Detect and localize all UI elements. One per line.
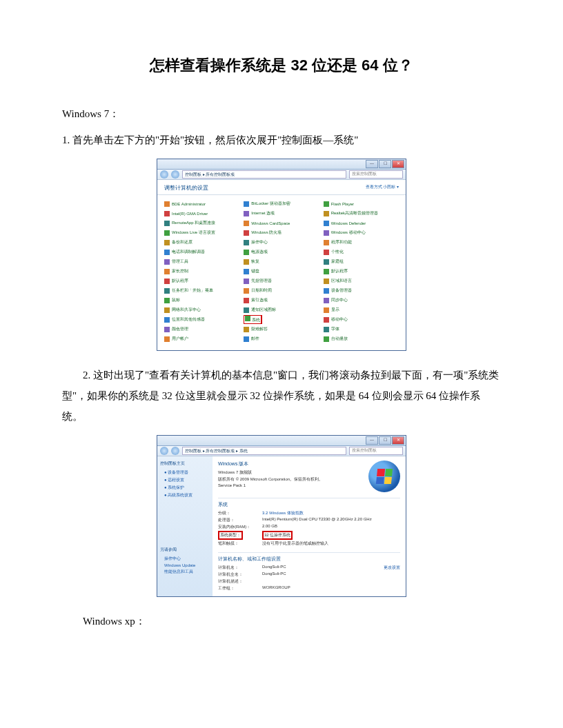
control-panel-item[interactable]: 个性化 xyxy=(324,247,399,256)
control-panel-item[interactable]: 键盘 xyxy=(244,267,319,276)
control-panel-item-label: 恢复 xyxy=(251,259,259,265)
system-main: Windows 版本 Windows 7 旗舰版 版权所有 © 2009 Mic… xyxy=(213,456,406,596)
control-panel-item[interactable]: 自动播放 xyxy=(324,334,399,343)
control-panel-header: 调整计算机的设置 查看方式 小图标 ▾ xyxy=(157,180,406,195)
control-panel-item[interactable]: BitLocker 驱动器加密 xyxy=(244,199,319,208)
control-panel-item[interactable]: 凭据管理器 xyxy=(244,276,319,285)
app-icon xyxy=(164,288,170,294)
sidebar-link[interactable]: ● 高级系统设置 xyxy=(164,492,210,498)
control-panel-item[interactable]: 鼠标 xyxy=(164,296,239,305)
search-input[interactable]: 搜索控制面板 xyxy=(349,170,403,179)
sidebar-bottom-link[interactable]: Windows Update xyxy=(164,563,210,567)
ram-row: 安装内存(RAM)： 2.00 GB xyxy=(218,524,400,530)
control-panel-item[interactable]: Windows 移动中心 xyxy=(324,228,399,237)
control-panel-item[interactable]: 电源选项 xyxy=(244,247,319,256)
full-name-label: 计算机全名： xyxy=(218,572,262,578)
control-panel-item-label: 任务栏和「开始」菜单 xyxy=(172,287,213,294)
control-panel-item[interactable]: Flash Player xyxy=(324,199,399,208)
control-panel-item[interactable]: 同步中心 xyxy=(324,296,399,305)
control-panel-item[interactable]: Intel(R) GMA Driver xyxy=(164,209,239,218)
control-panel-item[interactable]: 用户帐户 xyxy=(164,334,239,343)
control-panel-item-label: 电源选项 xyxy=(251,249,268,255)
document-page: 怎样查看操作系统是 32 位还是 64 位？ Windows 7： 1. 首先单… xyxy=(0,0,563,665)
forward-button[interactable] xyxy=(171,170,179,179)
control-panel-item[interactable]: 疑难解答 xyxy=(244,325,319,334)
app-icon xyxy=(164,279,170,284)
screenshot-control-panel: — ☐ ✕ 控制面板 ▸ 所有控制面板项 搜索控制面板 调整计算机的设置 查看方… xyxy=(62,159,501,351)
back-button[interactable] xyxy=(160,170,168,179)
rating-value[interactable]: 3.2 Windows 体验指数 xyxy=(262,510,400,516)
control-panel-item[interactable]: 默认程序 xyxy=(324,267,399,276)
breadcrumb-path[interactable]: 控制面板 ▸ 所有控制面板项 ▸ 系统 xyxy=(182,447,346,455)
control-panel-item[interactable]: BDE Administrator xyxy=(164,199,239,208)
view-mode-label[interactable]: 查看方式 小图标 ▾ xyxy=(366,184,399,192)
search-input[interactable]: 搜索控制面板 xyxy=(349,447,403,455)
sidebar-bottom-link[interactable]: 操作中心 xyxy=(164,556,210,562)
control-panel-item[interactable]: 网络和共享中心 xyxy=(164,305,239,314)
control-panel-item[interactable]: 通知区域图标 xyxy=(244,305,319,314)
change-settings-link[interactable]: 更改设置 xyxy=(384,565,400,571)
control-panel-item[interactable]: 移动中心 xyxy=(324,315,399,324)
control-panel-item[interactable]: 恢复 xyxy=(244,257,319,266)
control-panel-item[interactable]: 颜色管理 xyxy=(164,325,239,334)
back-button[interactable] xyxy=(160,447,168,455)
cpu-value: Intel(R) Pentium(R) Dual CPU T2330 @ 2.2… xyxy=(262,517,400,523)
control-panel-item[interactable]: Internet 选项 xyxy=(244,209,319,218)
control-panel-item[interactable]: 默认程序 xyxy=(164,276,239,285)
control-panel-item[interactable]: 任务栏和「开始」菜单 xyxy=(164,286,239,295)
control-panel-item-label: 日期和时间 xyxy=(251,287,272,294)
control-panel-item[interactable]: Windows 防火墙 xyxy=(244,228,319,237)
control-panel-item[interactable]: 家长控制 xyxy=(164,267,239,276)
control-panel-item[interactable]: Realtek高清晰音频管理器 xyxy=(324,209,399,218)
control-panel-item[interactable]: Windows CardSpace xyxy=(244,219,319,228)
app-icon xyxy=(244,250,249,255)
control-panel-item[interactable]: 家庭组 xyxy=(324,257,399,266)
sidebar-link[interactable]: ● 远程设置 xyxy=(164,477,210,483)
control-panel-item-label: 系统 xyxy=(250,318,260,322)
control-panel-item[interactable]: 索引选项 xyxy=(244,296,319,305)
control-panel-item[interactable]: 备份和还原 xyxy=(164,238,239,247)
sidebar-link[interactable]: ● 系统保护 xyxy=(164,485,210,491)
app-icon xyxy=(324,317,329,323)
close-button[interactable]: ✕ xyxy=(392,160,404,168)
control-panel-item[interactable]: 管理工具 xyxy=(164,257,239,266)
control-panel-item[interactable]: 程序和功能 xyxy=(324,238,399,247)
control-panel-item[interactable]: 日期和时间 xyxy=(244,286,319,295)
control-panel-item[interactable]: 邮件 xyxy=(244,334,319,343)
control-panel-item-label: 鼠标 xyxy=(172,297,180,303)
control-panel-item-label: Windows 防火墙 xyxy=(251,230,282,236)
app-icon xyxy=(324,298,329,303)
control-panel-item[interactable]: 系统 xyxy=(244,315,319,324)
control-panel-item[interactable]: 显示 xyxy=(324,305,399,314)
maximize-button[interactable]: ☐ xyxy=(379,436,391,445)
minimize-button[interactable]: — xyxy=(366,160,378,168)
control-panel-item[interactable]: 电话和调制解调器 xyxy=(164,247,239,256)
control-panel-item-label: BitLocker 驱动器加密 xyxy=(251,201,290,207)
control-panel-item-label: 区域和语言 xyxy=(331,278,352,284)
breadcrumb-path[interactable]: 控制面板 ▸ 所有控制面板项 xyxy=(182,170,346,179)
minimize-button[interactable]: — xyxy=(366,436,378,445)
control-panel-item-label: 索引选项 xyxy=(251,297,268,303)
control-panel-item[interactable]: 操作中心 xyxy=(244,238,319,247)
app-icon xyxy=(164,336,170,342)
control-panel-item[interactable]: 设备管理器 xyxy=(324,286,399,295)
maximize-button[interactable]: ☐ xyxy=(379,160,391,168)
full-name-value: DongSuli-PC xyxy=(262,572,400,578)
control-panel-item[interactable]: Windows Defender xyxy=(324,219,399,228)
app-icon xyxy=(244,288,249,294)
sidebar-link[interactable]: ● 设备管理器 xyxy=(164,469,210,476)
workgroup-row: 工作组： WORKGROUP xyxy=(218,585,400,592)
control-panel-item-label: 程序和功能 xyxy=(331,239,352,245)
close-button[interactable]: ✕ xyxy=(392,436,404,445)
control-panel-item-label: 备份和还原 xyxy=(172,239,192,245)
control-panel-item[interactable]: 位置和其他传感器 xyxy=(164,315,239,324)
control-panel-item[interactable]: 区域和语言 xyxy=(324,276,399,285)
forward-button[interactable] xyxy=(171,447,179,455)
control-panel-item[interactable]: 字体 xyxy=(324,325,399,334)
sidebar-bottom-link[interactable]: 性能信息和工具 xyxy=(164,569,210,575)
control-panel-item[interactable]: Windows Live 语言设置 xyxy=(164,228,239,237)
edition-section-title: Windows 版本 xyxy=(218,461,363,467)
control-panel-item-label: 显示 xyxy=(331,307,339,313)
control-panel-item[interactable]: RemoteApp 和桌面连接 xyxy=(164,219,239,228)
control-panel-item-label: 默认程序 xyxy=(331,268,348,274)
